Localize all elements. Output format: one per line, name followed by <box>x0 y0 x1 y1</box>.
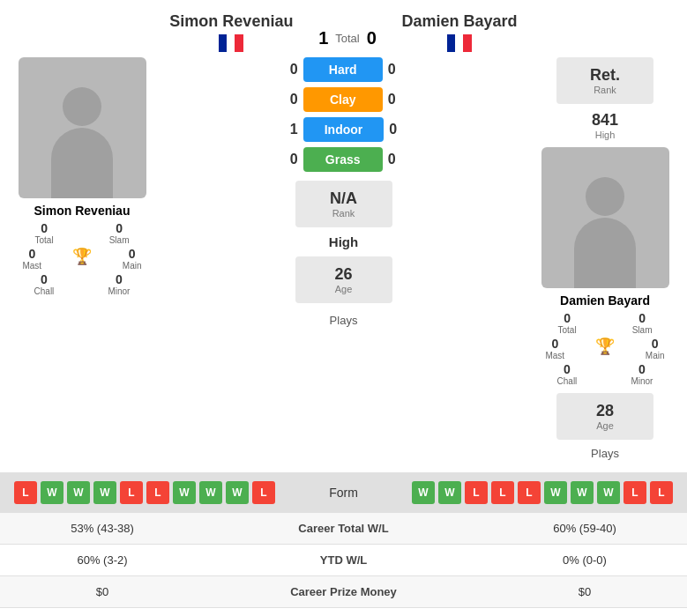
left-slam-lbl: Slam <box>109 235 130 245</box>
right-avatar <box>541 147 669 288</box>
form-badge-w: W <box>199 481 222 504</box>
surface-row-clay: 0 Clay 0 <box>277 87 411 112</box>
form-badge-w: W <box>67 481 90 504</box>
main-body: Simon Reveniau 0 Total 0 Slam 0 Mast 🏆 <box>0 52 687 465</box>
form-badge-l: L <box>624 481 646 504</box>
left-chall-stat: 0 Chall <box>34 272 55 296</box>
right-body <box>574 218 636 288</box>
right-head <box>586 177 624 216</box>
right-silhouette <box>574 177 636 288</box>
right-main-val: 0 <box>652 337 659 351</box>
center-rank-box: N/A Rank <box>295 181 392 227</box>
right-total-lbl: Total <box>558 325 577 335</box>
center-rank-lbl: Rank <box>310 208 378 219</box>
left-trophy-icon: 🏆 <box>72 247 92 266</box>
left-mast-val: 0 <box>28 247 35 261</box>
form-badge-l: L <box>465 481 488 504</box>
right-player-name: Damien Bayard <box>530 293 680 308</box>
right-chall-stat: 0 Chall <box>557 362 578 386</box>
surface-btn-grass[interactable]: Grass <box>303 147 383 172</box>
right-rank-val: Ret. <box>571 66 639 85</box>
right-mast-stat: 0 Mast <box>545 337 564 360</box>
right-player-header <box>530 9 680 52</box>
form-badge-l: L <box>120 481 143 504</box>
right-trophy-icon: 🏆 <box>595 337 615 356</box>
right-slam-stat: 0 Slam <box>632 311 653 335</box>
center-rank-val: N/A <box>310 189 378 208</box>
surface-right-score-clay: 0 <box>388 92 409 108</box>
left-minor-val: 0 <box>116 272 123 286</box>
left-minor-stat: 0 Minor <box>108 272 130 296</box>
left-main-stat: 0 Main <box>123 247 142 271</box>
stats-right-val: 60% (59-40) <box>497 522 673 535</box>
right-stats-row2: 0 Mast 🏆 0 Main <box>530 337 680 360</box>
left-total-lbl: Total <box>35 235 54 245</box>
stats-right-val: 0% (0-0) <box>497 553 673 567</box>
surface-btn-indoor[interactable]: Indoor <box>303 117 385 142</box>
form-badge-w: W <box>41 481 63 504</box>
center-header: Simon Reveniau 1 Total 0 Damien Bayard <box>157 9 530 52</box>
form-section: LWWWLLWWWL Form WWLLLWWWLL <box>0 472 687 513</box>
form-badge-w: W <box>571 481 594 504</box>
left-silhouette <box>51 87 113 198</box>
stats-row: 53% (43-38) Career Total W/L 60% (59-40) <box>0 513 687 545</box>
form-badge-w: W <box>544 481 567 504</box>
center-age-box: 26 Age <box>295 256 392 303</box>
right-stats-row3: 0 Chall 0 Minor <box>530 362 680 386</box>
left-trophy: 🏆 <box>72 247 92 271</box>
surface-row-hard: 0 Hard 0 <box>277 57 411 82</box>
left-player-header <box>7 9 157 52</box>
form-badge-w: W <box>93 481 116 504</box>
left-main-lbl: Main <box>123 261 142 271</box>
right-total-val: 0 <box>564 311 571 325</box>
center-plays-lbl: Plays <box>330 314 358 327</box>
left-slam-val: 0 <box>116 221 123 235</box>
surface-left-score-clay: 0 <box>277 92 298 108</box>
left-player-name: Simon Reveniau <box>7 204 157 218</box>
stats-label: Career Prize Money <box>190 585 497 598</box>
surface-right-score-grass: 0 <box>388 152 409 167</box>
right-chall-lbl: Chall <box>557 376 578 386</box>
stats-row: $0 Career Prize Money $0 <box>0 576 687 608</box>
stats-label: Career Total W/L <box>190 522 497 535</box>
left-total-score: 1 <box>318 28 328 48</box>
left-player-name-header: Simon Reveniau <box>169 12 293 52</box>
right-rank-lbl: Rank <box>571 85 639 95</box>
form-badge-w: W <box>597 481 620 504</box>
surface-left-score-hard: 0 <box>277 62 298 78</box>
left-total-stat: 0 Total <box>35 221 54 245</box>
surface-right-score-hard: 0 <box>388 62 409 78</box>
form-badge-l: L <box>650 481 673 504</box>
right-trophy: 🏆 <box>595 337 615 360</box>
form-badge-w: W <box>412 481 435 504</box>
right-plays-lbl: Plays <box>530 447 680 460</box>
right-total-stat: 0 Total <box>558 311 577 335</box>
form-badge-l: L <box>14 481 37 504</box>
left-head <box>63 87 101 126</box>
surface-right-score-indoor: 0 <box>389 122 410 137</box>
left-flag <box>219 34 243 52</box>
right-player-name-header: Damien Bayard <box>402 12 518 52</box>
left-stats-row2: 0 Mast 🏆 0 Main <box>7 247 157 271</box>
left-slam-stat: 0 Slam <box>109 221 130 245</box>
form-badge-l: L <box>491 481 514 504</box>
main-container: Simon Reveniau 1 Total 0 Damien Bayard <box>0 0 687 616</box>
left-avatar <box>19 57 146 198</box>
right-main-lbl: Main <box>646 351 665 360</box>
left-player-col: Simon Reveniau 0 Total 0 Slam 0 Mast 🏆 <box>7 57 157 460</box>
right-high-val: 841 <box>530 111 680 130</box>
surface-btn-hard[interactable]: Hard <box>303 57 383 82</box>
surface-btn-clay[interactable]: Clay <box>303 87 383 112</box>
right-slam-lbl: Slam <box>632 325 653 335</box>
right-age-box: 28 Age <box>556 393 653 440</box>
player-headers: Simon Reveniau 1 Total 0 Damien Bayard <box>0 0 687 52</box>
right-total-score: 0 <box>367 28 377 48</box>
right-name-text: Damien Bayard <box>402 12 518 31</box>
right-age-lbl: Age <box>571 420 639 431</box>
right-rank-box: Ret. Rank <box>556 57 653 104</box>
right-high-lbl: High <box>530 130 680 140</box>
left-body <box>51 128 113 198</box>
left-chall-lbl: Chall <box>34 286 55 296</box>
stats-row: 60% (3-2) YTD W/L 0% (0-0) <box>0 545 687 576</box>
stats-table: 53% (43-38) Career Total W/L 60% (59-40)… <box>0 513 687 616</box>
